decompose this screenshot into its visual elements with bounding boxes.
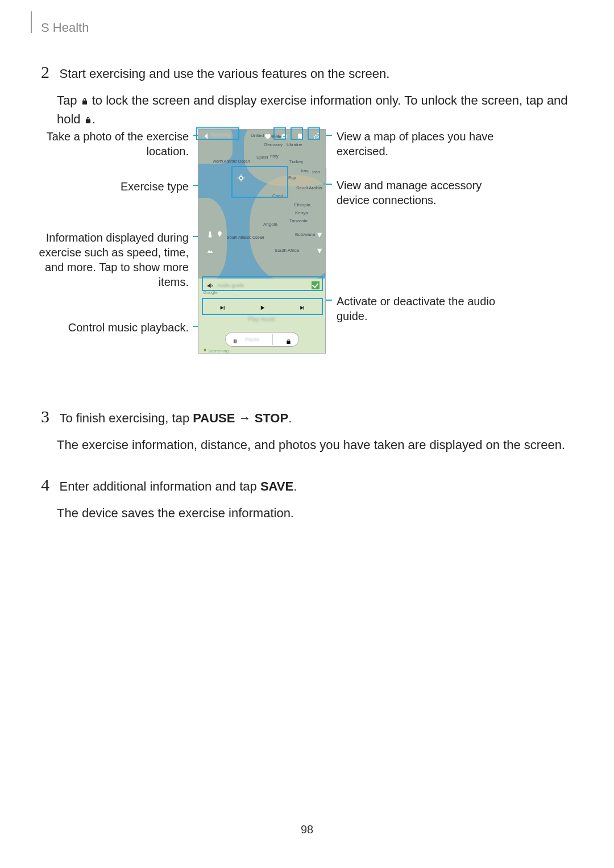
step-number-2: 2 xyxy=(41,63,57,82)
map-label: Iran xyxy=(312,169,320,175)
gps-status: Searching xyxy=(203,348,229,354)
step-3-line2: The exercise information, distance, and … xyxy=(57,435,573,454)
hl-audio xyxy=(202,276,323,291)
phone-screenshot: United Kingdom Poland Germany Ukraine Sp… xyxy=(198,129,326,354)
pause-lock-pill: Pause xyxy=(225,332,299,347)
header-rule xyxy=(31,11,32,33)
map-label: Saudi Arabia xyxy=(296,185,322,190)
callout-photo: Take a photo of the exercise location. xyxy=(41,129,189,159)
section-title: S Health xyxy=(41,20,89,35)
map-label: Egy xyxy=(288,175,296,180)
step-number-3: 3 xyxy=(41,407,57,426)
chevron-down-icon: ▾ xyxy=(317,245,322,256)
callout-info: Information displayed during exercise su… xyxy=(35,230,189,289)
hl-camera xyxy=(273,127,286,140)
callout-music: Control music playback. xyxy=(41,320,189,335)
pin-icon xyxy=(216,231,223,238)
callout-map: View a map of places you have exercised. xyxy=(337,129,507,159)
lock-icon[interactable] xyxy=(285,337,292,343)
hl-exercise-type xyxy=(196,127,239,140)
pause-icon[interactable] xyxy=(232,337,238,343)
hl-accessory xyxy=(308,127,320,140)
exercise-info-panel[interactable]: ▾ ▾ xyxy=(203,226,322,275)
map-label: Spain xyxy=(256,155,268,160)
mountain-icon xyxy=(206,247,214,254)
callout-accessory: View and manage accessory device connect… xyxy=(337,178,507,207)
hl-map xyxy=(291,127,303,140)
gps-pin-icon xyxy=(203,348,207,352)
page-number: 98 xyxy=(301,823,313,836)
heart-icon[interactable] xyxy=(264,132,271,140)
map-label: Ethiopia xyxy=(294,202,310,207)
temperature-icon xyxy=(206,231,214,238)
map-label: Ukraine xyxy=(287,142,302,147)
lock-icon xyxy=(81,97,89,105)
map-label: North Atlantic Ocean xyxy=(213,159,236,163)
hl-info xyxy=(231,166,288,198)
step-4-line2: The device saves the exercise informatio… xyxy=(57,504,573,522)
step-4-line1: Enter additional information and tap SAV… xyxy=(59,479,297,493)
pause-label: Pause xyxy=(245,337,260,342)
step-3-line1: To finish exercising, tap PAUSE → STOP. xyxy=(59,411,292,425)
map-label: Kenya xyxy=(295,210,308,215)
callout-audio: Activate or deactivate the audio guide. xyxy=(337,294,507,323)
map-label: Turkey xyxy=(289,159,303,164)
map-label: Tanzania xyxy=(289,218,308,223)
chevron-down-icon: ▾ xyxy=(317,229,322,240)
map-label: Germany xyxy=(264,142,283,147)
step-2-line1: Start exercising and use the various fea… xyxy=(59,67,389,81)
map-label: Iraq xyxy=(301,168,309,173)
map-label: Italy xyxy=(270,153,279,159)
step-number-4: 4 xyxy=(41,475,57,495)
hl-music xyxy=(202,298,323,315)
callout-exercise-type: Exercise type xyxy=(41,179,189,194)
play-music-label: Play music xyxy=(198,316,325,322)
